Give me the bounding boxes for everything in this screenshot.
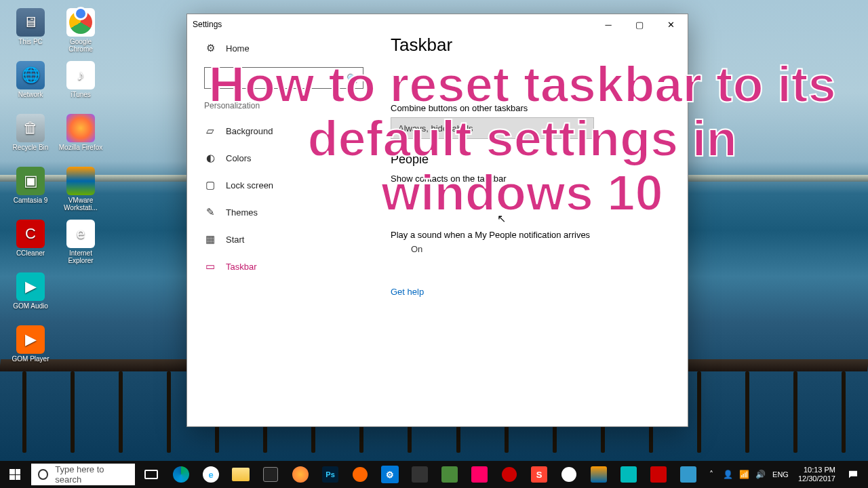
camtasia-icon: ▣	[16, 167, 45, 195]
desktop-icon-this-pc[interactable]: 🖥This PC	[7, 7, 54, 54]
gom-audio-icon: ▶	[16, 272, 45, 301]
desktop-icon-gom-player[interactable]: ▶GOM Player	[7, 324, 54, 371]
start-button[interactable]	[0, 461, 30, 488]
titlebar[interactable]: Settings ─ ▢ ✕	[187, 14, 688, 35]
tray-chevron-up-icon[interactable]: ˄	[703, 461, 719, 488]
vmware-icon	[66, 167, 95, 195]
page-heading: Taskbar	[391, 35, 667, 56]
camtasia-icon	[441, 466, 458, 483]
task-view-icon	[144, 470, 158, 479]
desktop-icon-gom-audio[interactable]: ▶GOM Audio	[7, 271, 54, 319]
sidebar-item-taskbar[interactable]: ▭Taskbar	[204, 253, 363, 280]
desktop-icon-label: GOM Player	[12, 355, 49, 363]
taskbar-app-arrow[interactable]	[644, 461, 673, 488]
theme-icon	[412, 466, 428, 483]
taskbar-app-razer[interactable]	[673, 461, 703, 488]
recorder-icon	[471, 466, 488, 483]
vmware-icon	[591, 466, 607, 483]
taskbar-app-ie[interactable]: e	[196, 461, 226, 488]
taskbar-app-recorder[interactable]	[465, 461, 494, 488]
desktop-icon-label: Internet Explorer	[68, 249, 93, 264]
start-icon: ▦	[204, 233, 216, 245]
network-icon: 🌐	[16, 61, 45, 89]
firefox-icon	[292, 466, 309, 483]
combine-buttons-dropdown[interactable]: Always, hide labels	[391, 117, 594, 139]
desktop-icon-label: CCleaner	[16, 249, 45, 257]
task-view-button[interactable]	[136, 461, 166, 488]
desktop-icon-ie[interactable]: eInternet Explorer	[57, 218, 104, 266]
taskbar-app-settings[interactable]: ⚙	[375, 461, 405, 488]
desktop-icon-chrome[interactable]: Google Chrome	[57, 7, 104, 54]
settings-window: Settings ─ ▢ ✕ ⚙ Home 🔍 Personalization …	[186, 14, 688, 427]
maximize-button[interactable]: ▢	[624, 14, 655, 35]
get-help-link[interactable]: Get help	[391, 287, 667, 297]
firefox-icon	[66, 114, 95, 142]
desktop-icon-firefox[interactable]: Mozilla Firefox	[57, 113, 104, 160]
folder-icon	[232, 468, 250, 481]
tray-clock[interactable]: 10:13 PM 12/30/2017	[793, 466, 841, 483]
sidebar-item-background[interactable]: ▱Background	[204, 117, 363, 144]
nav-home[interactable]: ⚙ Home	[204, 35, 363, 62]
windows-logo-icon	[9, 469, 20, 480]
recycle-bin-icon: 🗑	[16, 114, 45, 142]
taskbar-icon: ▭	[204, 260, 216, 272]
desktop-icon-label: Google Chrome	[68, 38, 93, 53]
tray-network-icon[interactable]: 📶	[736, 461, 752, 488]
taskbar-app-gom[interactable]	[345, 461, 375, 488]
minimize-button[interactable]: ─	[593, 14, 624, 35]
desktop-icons: 🖥This PC Google Chrome 🌐Network ♪iTunes …	[7, 7, 104, 371]
sidebar-item-label: Lock screen	[226, 180, 273, 190]
taskbar-app-firefox[interactable]	[285, 461, 315, 488]
nav-home-label: Home	[226, 43, 250, 54]
sidebar-item-label: Start	[226, 235, 244, 245]
gear-icon: ⚙	[381, 466, 399, 483]
cortana-icon	[38, 469, 48, 480]
taskbar-app-ccleaner[interactable]	[494, 461, 524, 488]
gom-icon	[353, 467, 368, 482]
taskbar-app-store[interactable]	[256, 461, 285, 488]
taskbar-app-gom-audio[interactable]	[614, 461, 644, 488]
desktop-icon-label: This PC	[18, 38, 43, 45]
edge-icon	[173, 466, 189, 483]
sidebar-item-start[interactable]: ▦Start	[204, 226, 363, 253]
tray-volume-icon[interactable]: 🔊	[752, 461, 768, 488]
taskbar-app-camtasia[interactable]	[435, 461, 465, 488]
close-button[interactable]: ✕	[655, 14, 686, 35]
taskbar-app-edge[interactable]	[166, 461, 196, 488]
taskbar: Type here to search e Ps ⚙ S ˄ 👤 📶 🔊 ENG…	[0, 461, 868, 488]
desktop-icon-vmware[interactable]: VMware Workstati...	[57, 165, 104, 213]
tray-time: 10:13 PM	[798, 466, 835, 474]
desktop-icon-ccleaner[interactable]: CCCleaner	[7, 218, 54, 266]
desktop-icon-network[interactable]: 🌐Network	[7, 60, 54, 107]
sidebar-item-lock-screen[interactable]: ▢Lock screen	[204, 171, 363, 199]
taskbar-app-snagit[interactable]: S	[524, 461, 554, 488]
sidebar-item-label: Background	[226, 126, 273, 136]
system-tray: ˄ 👤 📶 🔊 ENG 10:13 PM 12/30/2017	[703, 461, 868, 488]
search-placeholder: Type here to search	[55, 464, 128, 485]
desktop-icon-label: Camtasia 9	[14, 197, 48, 204]
desktop-icon-recycle-bin[interactable]: 🗑Recycle Bin	[7, 113, 54, 160]
sidebar-item-label: Colors	[226, 153, 252, 163]
tray-date: 12/30/2017	[798, 474, 835, 483]
desktop-icon-label: VMware Workstati...	[64, 197, 98, 211]
desktop-icon-label: iTunes	[71, 91, 91, 98]
sidebar-item-colors[interactable]: ◐Colors	[204, 144, 363, 171]
sidebar-section-heading: Personalization	[204, 101, 363, 110]
desktop-icon-camtasia[interactable]: ▣Camtasia 9	[7, 165, 54, 213]
sidebar-item-themes[interactable]: ✎Themes	[204, 199, 363, 226]
tray-people-icon[interactable]: 👤	[719, 461, 736, 488]
taskbar-search[interactable]: Type here to search	[31, 464, 135, 485]
gom-audio-icon	[620, 466, 637, 483]
settings-search[interactable]: 🔍	[204, 67, 363, 89]
taskbar-app-itunes[interactable]	[554, 461, 584, 488]
action-center-button[interactable]	[841, 469, 865, 480]
taskbar-app-explorer[interactable]	[226, 461, 256, 488]
taskbar-app-theme[interactable]	[405, 461, 435, 488]
desktop-icon-itunes[interactable]: ♪iTunes	[57, 60, 104, 107]
taskbar-app-photoshop[interactable]: Ps	[315, 461, 345, 488]
show-contacts-label: Show contacts on the taskbar	[391, 174, 667, 184]
taskbar-app-vmware[interactable]	[584, 461, 614, 488]
photoshop-icon: Ps	[322, 466, 338, 483]
tray-language[interactable]: ENG	[768, 470, 793, 479]
people-heading: People	[391, 152, 667, 167]
